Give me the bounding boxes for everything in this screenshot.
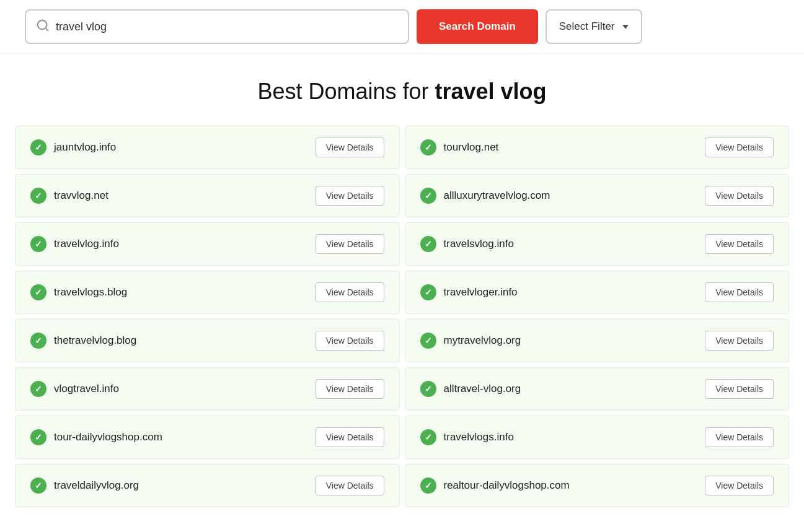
domain-item: thetravelvlog.blog View Details <box>15 319 400 362</box>
domain-name: travelsvlog.info <box>444 238 514 250</box>
view-details-button[interactable]: View Details <box>705 379 774 399</box>
domain-left: travelvlog.info <box>30 236 119 252</box>
check-icon <box>30 284 46 300</box>
domain-name: tour-dailyvlogshop.com <box>54 431 162 443</box>
domain-item: traveldailyvlog.org View Details <box>15 464 400 507</box>
page-title: Best Domains for travel vlog <box>0 79 804 105</box>
domain-left: jauntvlog.info <box>30 139 116 155</box>
domain-name: allluxurytravelvlog.com <box>444 190 550 202</box>
view-details-button[interactable]: View Details <box>316 282 384 302</box>
domain-left: travvlog.net <box>30 188 108 204</box>
check-icon <box>30 429 46 445</box>
check-icon <box>420 429 436 445</box>
check-icon <box>420 477 436 494</box>
check-icon <box>420 188 436 204</box>
domain-left: traveldailyvlog.org <box>30 477 139 494</box>
domain-item: travelvlogs.blog View Details <box>15 271 400 314</box>
domain-name: mytravelvlog.org <box>444 334 521 347</box>
view-details-button[interactable]: View Details <box>705 427 774 447</box>
domain-left: travelsvlog.info <box>420 236 514 252</box>
domain-item: allluxurytravelvlog.com View Details <box>405 174 790 217</box>
domain-item: vlogtravel.info View Details <box>15 367 400 411</box>
view-details-button[interactable]: View Details <box>705 137 774 157</box>
svg-line-1 <box>45 28 48 30</box>
search-input[interactable] <box>56 20 398 33</box>
domain-item: travelvloger.info View Details <box>405 271 790 314</box>
check-icon <box>420 333 436 349</box>
domain-name: travvlog.net <box>54 190 108 202</box>
view-details-button[interactable]: View Details <box>705 186 774 206</box>
page-title-keyword: travel vlog <box>435 79 547 104</box>
domain-grid: jauntvlog.info View Details tourvlog.net… <box>0 123 804 510</box>
domain-item: tourvlog.net View Details <box>405 126 790 169</box>
domain-item: travelvlog.info View Details <box>15 222 400 266</box>
select-filter-button[interactable]: Select Filter <box>546 9 642 44</box>
check-icon <box>30 333 46 349</box>
domain-name: traveldailyvlog.org <box>54 479 139 492</box>
check-icon <box>30 188 46 204</box>
view-details-button[interactable]: View Details <box>316 331 384 351</box>
domain-item: travelvlogs.info View Details <box>405 416 790 459</box>
search-wrapper <box>25 9 409 44</box>
view-details-button[interactable]: View Details <box>705 282 774 302</box>
check-icon <box>30 477 46 494</box>
domain-name: travelvlog.info <box>54 238 119 250</box>
view-details-button[interactable]: View Details <box>316 476 384 495</box>
domain-left: travelvloger.info <box>420 284 518 300</box>
domain-name: travelvlogs.info <box>444 431 514 443</box>
domain-name: tourvlog.net <box>444 141 499 154</box>
check-icon <box>30 381 46 397</box>
top-bar: Search Domain Select Filter <box>0 0 804 54</box>
domain-item: jauntvlog.info View Details <box>15 126 400 169</box>
check-icon <box>420 236 436 252</box>
view-details-button[interactable]: View Details <box>705 234 774 254</box>
filter-label: Select Filter <box>559 20 615 33</box>
view-details-button[interactable]: View Details <box>316 234 384 254</box>
domain-name: travelvlogs.blog <box>54 286 127 299</box>
check-icon <box>420 284 436 300</box>
check-icon <box>420 381 436 397</box>
check-icon <box>420 139 436 155</box>
domain-left: allluxurytravelvlog.com <box>420 188 550 204</box>
domain-item: realtour-dailyvlogshop.com View Details <box>405 464 790 507</box>
domain-item: travvlog.net View Details <box>15 174 400 217</box>
domain-left: travelvlogs.info <box>420 429 514 445</box>
view-details-button[interactable]: View Details <box>705 476 774 495</box>
domain-item: mytravelvlog.org View Details <box>405 319 790 362</box>
domain-item: alltravel-vlog.org View Details <box>405 367 790 411</box>
view-details-button[interactable]: View Details <box>316 186 384 206</box>
domain-left: tourvlog.net <box>420 139 499 155</box>
page-title-prefix: Best Domains for <box>257 79 435 104</box>
domain-name: vlogtravel.info <box>54 383 119 395</box>
view-details-button[interactable]: View Details <box>316 379 384 399</box>
domain-left: tour-dailyvlogshop.com <box>30 429 162 445</box>
search-domain-button[interactable]: Search Domain <box>417 9 538 44</box>
domain-left: travelvlogs.blog <box>30 284 127 300</box>
domain-name: realtour-dailyvlogshop.com <box>444 479 570 492</box>
domain-name: travelvloger.info <box>444 286 518 299</box>
domain-item: travelsvlog.info View Details <box>405 222 790 266</box>
domain-name: jauntvlog.info <box>54 141 116 154</box>
search-icon <box>36 19 50 35</box>
domain-left: mytravelvlog.org <box>420 333 521 349</box>
view-details-button[interactable]: View Details <box>316 137 384 157</box>
domain-item: tour-dailyvlogshop.com View Details <box>15 416 400 459</box>
domain-left: vlogtravel.info <box>30 381 119 397</box>
domain-left: thetravelvlog.blog <box>30 333 136 349</box>
check-icon <box>30 139 46 155</box>
view-details-button[interactable]: View Details <box>316 427 384 447</box>
domain-name: thetravelvlog.blog <box>54 334 136 347</box>
view-details-button[interactable]: View Details <box>705 331 774 351</box>
domain-name: alltravel-vlog.org <box>444 383 521 395</box>
check-icon <box>30 236 46 252</box>
domain-left: realtour-dailyvlogshop.com <box>420 477 570 494</box>
chevron-down-icon <box>622 25 629 29</box>
domain-left: alltravel-vlog.org <box>420 381 521 397</box>
